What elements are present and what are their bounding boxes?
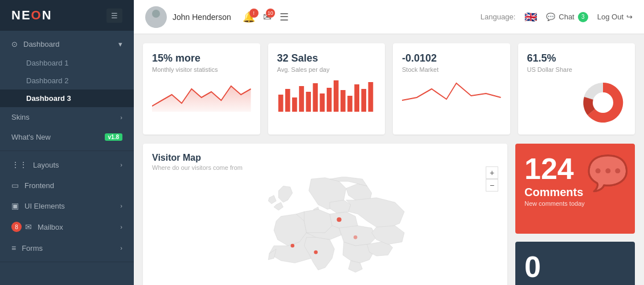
avatar-svg bbox=[145, 6, 167, 28]
layouts-icon: ⋮⋮ bbox=[11, 160, 27, 169]
comments-bg-icon: 💬 bbox=[586, 153, 629, 193]
svg-rect-5 bbox=[292, 97, 297, 112]
user-avatar bbox=[145, 6, 167, 28]
bottom-row: Visitor Map Where do our visitors come f… bbox=[143, 144, 635, 285]
sidebar-logo: NEON ☰ bbox=[0, 0, 134, 31]
stat-label-visitors: Monthly visitor statistics bbox=[152, 66, 251, 73]
notification-badge: ! bbox=[249, 9, 259, 18]
chat-button[interactable]: 💬 Chat 3 bbox=[546, 12, 588, 22]
sidebar-item-dashboard2[interactable]: Dashboard 2 bbox=[0, 72, 134, 89]
layouts-label: Layouts bbox=[33, 161, 59, 169]
svg-rect-14 bbox=[354, 84, 359, 112]
svg-rect-7 bbox=[306, 92, 311, 112]
stat-card-stock: -0.0102 Stock Market bbox=[393, 43, 510, 135]
sidebar-item-frontend[interactable]: ▭ Frontend bbox=[0, 175, 134, 196]
svg-rect-10 bbox=[326, 88, 331, 112]
stat-label-dollar: US Dollar Share bbox=[527, 66, 626, 73]
forms-label: Forms bbox=[22, 244, 43, 253]
sidebar-dashboard-label: Dashboard bbox=[23, 40, 60, 48]
map-title: Visitor Map bbox=[152, 153, 498, 163]
dashboard1-label: Dashboard 1 bbox=[26, 59, 68, 67]
svg-rect-4 bbox=[285, 89, 290, 112]
svg-rect-6 bbox=[299, 86, 304, 112]
sidebar-item-dashboard3[interactable]: Dashboard 3 bbox=[0, 89, 134, 107]
chat-icon: 💬 bbox=[546, 13, 555, 21]
ui-elements-label: UI Elements bbox=[24, 202, 65, 210]
forms-icon: ≡ bbox=[11, 243, 16, 253]
stats-row: 15% more Monthly visitor statistics bbox=[143, 43, 635, 135]
map-card: Visitor Map Where do our visitors come f… bbox=[143, 144, 507, 285]
skins-label: Skins bbox=[11, 113, 30, 121]
pie-chart-svg bbox=[580, 80, 626, 125]
sidebar: NEON ☰ ⊙ Dashboard ▾ Dashboard 1 Dashboa… bbox=[0, 0, 134, 285]
sidebar-item-ui-elements[interactable]: ▣ UI Elements › bbox=[0, 196, 134, 216]
sidebar-item-whatsnew[interactable]: What's New v1.8 bbox=[0, 127, 134, 147]
europe-map-svg bbox=[152, 177, 498, 279]
header-username: John Henderson bbox=[173, 13, 231, 22]
stat-value-stock: -0.0102 bbox=[402, 52, 501, 64]
sidebar-item-skins[interactable]: Skins › bbox=[0, 107, 134, 127]
tasks-icon: ☰ bbox=[280, 11, 289, 23]
ui-elements-arrow-icon: › bbox=[120, 202, 122, 209]
sidebar-item-dashboard1[interactable]: Dashboard 1 bbox=[0, 54, 134, 72]
dashboard2-label: Dashboard 2 bbox=[26, 76, 68, 85]
notifications-icon-wrap[interactable]: 🔔 ! bbox=[243, 11, 255, 23]
language-flag-icon[interactable]: 🇬🇧 bbox=[524, 11, 537, 23]
logo-text: NEON bbox=[11, 8, 52, 23]
frontend-label: Frontend bbox=[24, 181, 54, 190]
svg-point-2 bbox=[152, 10, 160, 18]
skins-arrow-icon: › bbox=[120, 114, 122, 121]
chat-count-badge: 3 bbox=[578, 12, 588, 22]
chat-label: Chat bbox=[559, 13, 574, 21]
sidebar-dashboard-parent[interactable]: ⊙ Dashboard ▾ bbox=[0, 34, 134, 54]
sidebar-nav-section: ⋮⋮ Layouts › ▭ Frontend ▣ UI Elements › … bbox=[0, 151, 134, 262]
svg-rect-9 bbox=[319, 93, 325, 112]
logo-accent: O bbox=[31, 8, 42, 22]
stat-card-visitors: 15% more Monthly visitor statistics bbox=[143, 43, 260, 135]
svg-point-20 bbox=[314, 250, 318, 254]
svg-point-18 bbox=[593, 92, 613, 113]
sidebar-item-mailbox[interactable]: 8 ✉ Mailbox › bbox=[0, 216, 134, 238]
header-icons: 🔔 ! ✉ 10 ☰ bbox=[243, 11, 289, 23]
bar-chart-svg bbox=[277, 78, 376, 112]
tasks-icon-wrap[interactable]: ☰ bbox=[280, 11, 289, 23]
comments-sublabel: New comments today bbox=[524, 200, 626, 207]
stat-card-dollar: 61.5% US Dollar Share bbox=[518, 43, 635, 135]
logout-button[interactable]: Log Out ↪ bbox=[597, 13, 633, 21]
comments-card: 124 Comments New comments today 💬 bbox=[515, 144, 635, 234]
logout-label: Log Out bbox=[597, 13, 624, 21]
svg-point-21 bbox=[290, 244, 294, 248]
main-content: John Henderson 🔔 ! ✉ 10 ☰ Language: 🇬🇧 💬… bbox=[134, 0, 644, 285]
mailbox-icon: ✉ bbox=[25, 222, 32, 231]
stat-value-visitors: 15% more bbox=[152, 52, 251, 64]
svg-point-19 bbox=[337, 217, 341, 222]
map-svg-container bbox=[152, 177, 498, 279]
mail-icon-wrap[interactable]: ✉ 10 bbox=[263, 11, 272, 23]
svg-rect-3 bbox=[278, 95, 283, 112]
sidebar-dashboard-section: ⊙ Dashboard ▾ Dashboard 1 Dashboard 2 Da… bbox=[0, 31, 134, 151]
page-content: 15% more Monthly visitor statistics bbox=[134, 34, 644, 285]
header-right: Language: 🇬🇧 💬 Chat 3 Log Out ↪ bbox=[481, 11, 633, 23]
whatsnew-badge: v1.8 bbox=[105, 133, 122, 141]
side-cards: 124 Comments New comments today 💬 0 New … bbox=[515, 144, 635, 285]
stat-value-sales: 32 Sales bbox=[277, 52, 376, 64]
svg-rect-12 bbox=[341, 90, 346, 112]
hamburger-button[interactable]: ☰ bbox=[106, 9, 122, 23]
mailbox-arrow-icon: › bbox=[120, 223, 122, 230]
sidebar-item-layouts[interactable]: ⋮⋮ Layouts › bbox=[0, 154, 134, 175]
svg-point-22 bbox=[354, 235, 358, 239]
pie-chart-container bbox=[527, 78, 626, 125]
mailbox-badge: 8 bbox=[11, 222, 22, 232]
stat-value-dollar: 61.5% bbox=[527, 52, 626, 64]
dashboard-arrow-icon: ▾ bbox=[118, 40, 122, 48]
sidebar-item-forms[interactable]: ≡ Forms › bbox=[0, 238, 134, 258]
line-chart-visitors bbox=[152, 78, 251, 125]
line-chart-svg bbox=[152, 78, 251, 112]
svg-rect-15 bbox=[361, 89, 366, 112]
svg-rect-16 bbox=[368, 82, 373, 112]
bar-chart-sales bbox=[277, 78, 376, 125]
line-chart-stock bbox=[402, 78, 501, 125]
stock-chart-svg bbox=[402, 78, 501, 112]
stat-card-sales: 32 Sales Avg. Sales per day bbox=[268, 43, 385, 135]
dashboard3-label: Dashboard 3 bbox=[26, 94, 71, 103]
